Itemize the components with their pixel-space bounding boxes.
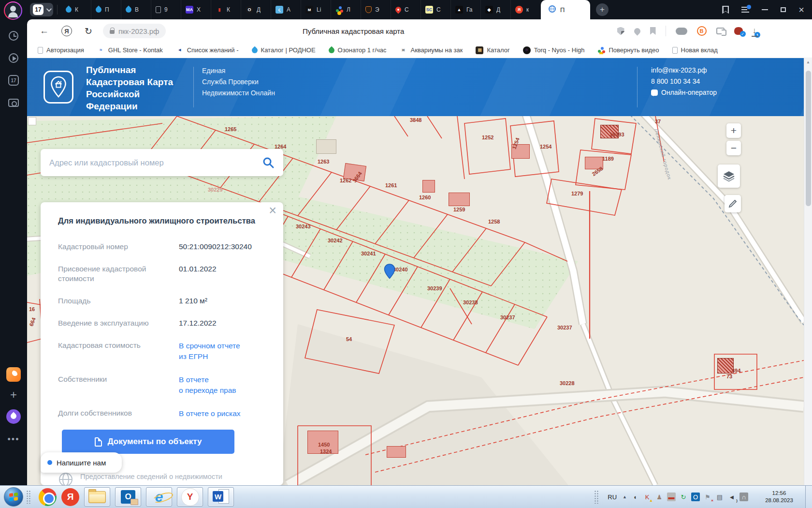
- location-icon[interactable]: [633, 27, 641, 35]
- tab-14[interactable]: ▲Га: [451, 0, 481, 19]
- tab-9[interactable]: мLi: [301, 0, 331, 19]
- tray-expand-icon[interactable]: ▲: [623, 494, 627, 499]
- network-icon[interactable]: ▤: [715, 493, 724, 501]
- tab-6[interactable]: ▮К: [211, 0, 241, 19]
- extension-oval-icon[interactable]: [676, 28, 687, 35]
- bookmark-1[interactable]: Авторизация: [38, 46, 84, 54]
- bookmark-4[interactable]: Каталог | РОДНОЕ: [252, 46, 316, 54]
- taskbar-ie-icon[interactable]: e: [146, 487, 172, 507]
- contact-email[interactable]: info@пкк-2023.рф: [651, 65, 717, 76]
- minimize-button[interactable]: [762, 9, 768, 10]
- screenshot-icon[interactable]: [6, 95, 21, 110]
- chat-widget[interactable]: Напишите нам: [41, 452, 122, 473]
- measure-button[interactable]: [725, 195, 741, 212]
- new-tab-button[interactable]: +: [596, 3, 609, 16]
- quicklaunch-handle[interactable]: [26, 490, 31, 504]
- contact-phone[interactable]: 8 800 100 34 34: [651, 76, 717, 87]
- url-field[interactable]: пкк-2023.рф: [103, 24, 166, 38]
- taskbar-yandex-browser-icon[interactable]: Y: [177, 487, 203, 507]
- tab-8[interactable]: ςА: [271, 0, 301, 19]
- tab-2[interactable]: П: [91, 0, 121, 19]
- flag-icon[interactable]: ⚑×: [703, 493, 712, 501]
- online-operator-link[interactable]: Онлайн-оператор: [651, 87, 717, 98]
- device-icon[interactable]: ▬: [667, 493, 676, 501]
- tab-13[interactable]: SCС: [421, 0, 451, 19]
- tab-11[interactable]: Э: [361, 0, 391, 19]
- add-panel-icon[interactable]: +: [6, 387, 21, 403]
- tray-handle[interactable]: [594, 490, 599, 504]
- search-icon[interactable]: [262, 156, 275, 169]
- tab-1[interactable]: К: [61, 0, 91, 19]
- bookmarks-panel-icon[interactable]: [722, 6, 729, 14]
- refresh-icon[interactable]: ↻: [85, 26, 92, 37]
- profile-avatar[interactable]: [4, 1, 22, 20]
- satellite-icon[interactable]: ◖: [631, 493, 639, 501]
- start-button[interactable]: [4, 487, 23, 507]
- zoom-in-button[interactable]: +: [726, 123, 741, 138]
- bookmark-8[interactable]: ○Torq - Nyos - High: [523, 46, 585, 54]
- bookmark-9[interactable]: Повернуть видео: [597, 46, 659, 54]
- back-icon[interactable]: ←: [40, 26, 49, 36]
- bookmark-3[interactable]: ◄Список желаний -: [176, 46, 239, 54]
- tab-counter-icon[interactable]: 17: [6, 73, 21, 88]
- zoom-out-button[interactable]: −: [726, 141, 741, 155]
- object-documents-button[interactable]: Документы по объекту: [62, 430, 234, 454]
- outlook-tray-icon[interactable]: O: [691, 493, 700, 501]
- taskbar-clock[interactable]: 12:56 28.08.2023: [757, 490, 801, 504]
- row-link[interactable]: В срочном отчете из ЕГРН: [179, 341, 240, 362]
- taskbar-word-icon[interactable]: W: [208, 487, 234, 507]
- tab-10[interactable]: Л: [331, 0, 361, 19]
- bookmark-7[interactable]: ▦Каталог: [476, 46, 509, 54]
- history-icon[interactable]: [6, 28, 21, 44]
- active-tab[interactable]: П: [541, 0, 590, 19]
- taskbar-explorer-icon[interactable]: [84, 487, 110, 507]
- tab-5[interactable]: МАX: [181, 0, 211, 19]
- tab-counter[interactable]: 17: [30, 3, 53, 16]
- browser-menu-icon[interactable]: [741, 7, 749, 13]
- row-link[interactable]: В отчете о рисках: [179, 408, 241, 419]
- drop-app-icon[interactable]: [6, 409, 21, 424]
- sync-icon[interactable]: ↻: [679, 493, 688, 501]
- media-play-icon[interactable]: [6, 50, 21, 66]
- page-scrollbar[interactable]: ▲: [804, 58, 812, 485]
- lock-icon[interactable]: ∩: [740, 493, 748, 501]
- taskbar-chrome-icon[interactable]: [39, 487, 57, 507]
- tab-15[interactable]: ◆Д: [481, 0, 511, 19]
- bookmark-2[interactable]: ≈GHL Store - Kontak: [97, 46, 163, 54]
- chef-icon[interactable]: ♟: [655, 493, 664, 501]
- tab-16[interactable]: Як: [511, 0, 541, 19]
- protect-shield-icon[interactable]: 2: [617, 27, 624, 35]
- yandex-search-icon[interactable]: Я: [61, 26, 72, 36]
- close-button[interactable]: ×: [798, 5, 804, 15]
- collections-icon[interactable]: [716, 28, 725, 34]
- kaspersky-icon[interactable]: K▲: [643, 493, 652, 501]
- map-marker-pin[interactable]: [384, 264, 395, 281]
- tab-3[interactable]: В: [121, 0, 151, 19]
- tab-4[interactable]: 9: [151, 0, 181, 19]
- layers-button[interactable]: [718, 164, 740, 188]
- app-shortcut-icon[interactable]: [6, 367, 21, 382]
- downloads-icon[interactable]: ↓1: [753, 26, 757, 36]
- row-link[interactable]: В отчете о переходе прав: [179, 374, 236, 396]
- more-icon[interactable]: •••: [6, 432, 21, 447]
- scrollbar-thumb[interactable]: [806, 71, 811, 206]
- language-indicator[interactable]: RU: [606, 493, 619, 501]
- bookmark-5[interactable]: Озонатор 1 г/час: [329, 46, 387, 54]
- bookmark-10[interactable]: Новая вклад: [672, 46, 718, 54]
- bitrix-extension-icon[interactable]: B: [697, 26, 707, 36]
- tab-12[interactable]: С: [391, 0, 421, 19]
- taskbar-outlook-icon[interactable]: O: [115, 487, 141, 507]
- bookmark-6[interactable]: жАквариумы на зак: [399, 46, 463, 54]
- site-logo[interactable]: [44, 71, 73, 104]
- search-input[interactable]: [41, 158, 262, 167]
- volume-icon[interactable]: ◄): [727, 493, 736, 501]
- show-desktop-button[interactable]: [805, 486, 812, 508]
- add-bookmark-icon[interactable]: [650, 27, 656, 35]
- scroll-up-icon[interactable]: ▲: [804, 60, 812, 64]
- close-icon[interactable]: ×: [269, 203, 276, 218]
- taskbar-yandex-icon[interactable]: Я: [61, 487, 79, 507]
- cadastral-map[interactable]: 1265126412631262366412611260125912583848…: [27, 116, 804, 485]
- extension-checked-icon[interactable]: ✓: [734, 27, 743, 35]
- maximize-button[interactable]: [781, 7, 786, 12]
- tab-7[interactable]: OД: [241, 0, 271, 19]
